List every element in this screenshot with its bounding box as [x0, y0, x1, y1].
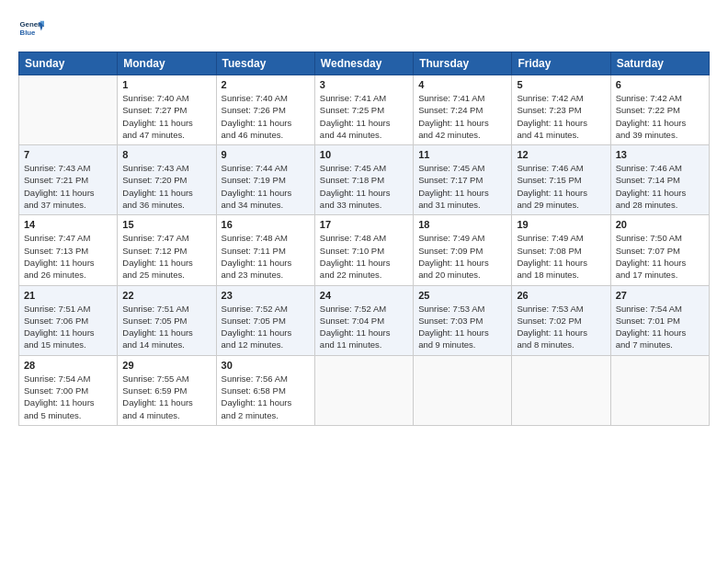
calendar-cell: 18Sunrise: 7:49 AMSunset: 7:09 PMDayligh…	[414, 215, 512, 285]
svg-text:Blue: Blue	[20, 29, 37, 37]
day-info: Sunrise: 7:54 AMSunset: 7:00 PMDaylight:…	[24, 373, 112, 421]
day-info: Sunrise: 7:48 AMSunset: 7:10 PMDaylight:…	[320, 232, 408, 281]
day-info: Sunrise: 7:43 AMSunset: 7:20 PMDaylight:…	[122, 162, 210, 211]
calendar-cell: 12Sunrise: 7:46 AMSunset: 7:15 PMDayligh…	[512, 145, 610, 215]
calendar-cell	[512, 355, 610, 425]
day-number: 10	[320, 149, 408, 160]
calendar-cell: 27Sunrise: 7:54 AMSunset: 7:01 PMDayligh…	[610, 285, 709, 355]
day-info: Sunrise: 7:52 AMSunset: 7:05 PMDaylight:…	[222, 303, 310, 351]
calendar-cell: 13Sunrise: 7:46 AMSunset: 7:14 PMDayligh…	[610, 145, 709, 215]
calendar-cell: 28Sunrise: 7:54 AMSunset: 7:00 PMDayligh…	[19, 355, 118, 425]
day-info: Sunrise: 7:49 AMSunset: 7:09 PMDaylight:…	[418, 232, 506, 281]
day-info: Sunrise: 7:46 AMSunset: 7:15 PMDaylight:…	[517, 162, 605, 211]
day-number: 13	[616, 149, 704, 160]
calendar-cell: 8Sunrise: 7:43 AMSunset: 7:20 PMDaylight…	[118, 145, 216, 215]
day-info: Sunrise: 7:51 AMSunset: 7:05 PMDaylight:…	[122, 303, 210, 351]
calendar-cell: 10Sunrise: 7:45 AMSunset: 7:18 PMDayligh…	[314, 145, 413, 215]
calendar-cell: 19Sunrise: 7:49 AMSunset: 7:08 PMDayligh…	[512, 215, 610, 285]
day-info: Sunrise: 7:42 AMSunset: 7:22 PMDaylight:…	[616, 92, 704, 141]
day-number: 4	[418, 79, 506, 90]
logo: General Blue	[18, 17, 44, 42]
day-number: 25	[418, 290, 506, 301]
calendar-header-friday: Friday	[512, 52, 610, 75]
day-number: 27	[616, 290, 704, 301]
day-info: Sunrise: 7:54 AMSunset: 7:01 PMDaylight:…	[616, 303, 704, 351]
day-number: 11	[418, 149, 506, 160]
calendar-cell: 21Sunrise: 7:51 AMSunset: 7:06 PMDayligh…	[19, 285, 118, 355]
day-number: 8	[122, 149, 210, 160]
day-number: 16	[222, 219, 310, 230]
calendar-week-row: 7Sunrise: 7:43 AMSunset: 7:21 PMDaylight…	[19, 145, 710, 215]
day-info: Sunrise: 7:48 AMSunset: 7:11 PMDaylight:…	[222, 232, 310, 281]
day-number: 19	[517, 219, 605, 230]
calendar-cell	[414, 355, 512, 425]
day-info: Sunrise: 7:47 AMSunset: 7:12 PMDaylight:…	[122, 232, 210, 281]
calendar-cell: 7Sunrise: 7:43 AMSunset: 7:21 PMDaylight…	[19, 145, 118, 215]
day-number: 28	[24, 360, 112, 371]
day-number: 24	[320, 290, 408, 301]
calendar-header-saturday: Saturday	[610, 52, 709, 75]
day-info: Sunrise: 7:49 AMSunset: 7:08 PMDaylight:…	[517, 232, 605, 281]
calendar-cell: 9Sunrise: 7:44 AMSunset: 7:19 PMDaylight…	[216, 145, 314, 215]
day-info: Sunrise: 7:43 AMSunset: 7:21 PMDaylight:…	[24, 162, 112, 211]
calendar-cell: 25Sunrise: 7:53 AMSunset: 7:03 PMDayligh…	[414, 285, 512, 355]
day-info: Sunrise: 7:56 AMSunset: 6:58 PMDaylight:…	[222, 373, 310, 421]
calendar-cell	[19, 75, 118, 145]
calendar-cell: 1Sunrise: 7:40 AMSunset: 7:27 PMDaylight…	[118, 75, 216, 145]
calendar-header-row: SundayMondayTuesdayWednesdayThursdayFrid…	[19, 52, 710, 75]
day-number: 15	[122, 219, 210, 230]
calendar-week-row: 28Sunrise: 7:54 AMSunset: 7:00 PMDayligh…	[19, 355, 710, 425]
day-info: Sunrise: 7:50 AMSunset: 7:07 PMDaylight:…	[616, 232, 704, 281]
day-number: 30	[222, 360, 310, 371]
calendar-cell: 29Sunrise: 7:55 AMSunset: 6:59 PMDayligh…	[118, 355, 216, 425]
calendar-table: SundayMondayTuesdayWednesdayThursdayFrid…	[18, 52, 710, 426]
day-number: 29	[122, 360, 210, 371]
day-number: 26	[517, 290, 605, 301]
logo-icon: General Blue	[18, 17, 44, 42]
calendar-cell: 2Sunrise: 7:40 AMSunset: 7:26 PMDaylight…	[216, 75, 314, 145]
page-header: General Blue	[18, 17, 710, 42]
day-number: 23	[222, 290, 310, 301]
calendar-cell: 20Sunrise: 7:50 AMSunset: 7:07 PMDayligh…	[610, 215, 709, 285]
calendar-cell: 26Sunrise: 7:53 AMSunset: 7:02 PMDayligh…	[512, 285, 610, 355]
calendar-header-thursday: Thursday	[414, 52, 512, 75]
calendar-header-wednesday: Wednesday	[314, 52, 413, 75]
calendar-cell	[610, 355, 709, 425]
day-info: Sunrise: 7:53 AMSunset: 7:03 PMDaylight:…	[418, 303, 506, 351]
day-info: Sunrise: 7:45 AMSunset: 7:17 PMDaylight:…	[418, 162, 506, 211]
day-number: 5	[517, 79, 605, 90]
day-info: Sunrise: 7:52 AMSunset: 7:04 PMDaylight:…	[320, 303, 408, 351]
day-number: 14	[24, 219, 112, 230]
calendar-cell: 30Sunrise: 7:56 AMSunset: 6:58 PMDayligh…	[216, 355, 314, 425]
day-number: 17	[320, 219, 408, 230]
calendar-cell: 24Sunrise: 7:52 AMSunset: 7:04 PMDayligh…	[314, 285, 413, 355]
calendar-cell: 23Sunrise: 7:52 AMSunset: 7:05 PMDayligh…	[216, 285, 314, 355]
day-info: Sunrise: 7:41 AMSunset: 7:24 PMDaylight:…	[418, 92, 506, 141]
calendar-header-sunday: Sunday	[19, 52, 118, 75]
calendar-cell	[314, 355, 413, 425]
calendar-cell: 4Sunrise: 7:41 AMSunset: 7:24 PMDaylight…	[414, 75, 512, 145]
calendar-cell: 22Sunrise: 7:51 AMSunset: 7:05 PMDayligh…	[118, 285, 216, 355]
day-info: Sunrise: 7:42 AMSunset: 7:23 PMDaylight:…	[517, 92, 605, 141]
calendar-cell: 15Sunrise: 7:47 AMSunset: 7:12 PMDayligh…	[118, 215, 216, 285]
day-number: 20	[616, 219, 704, 230]
day-number: 6	[616, 79, 704, 90]
calendar-cell: 11Sunrise: 7:45 AMSunset: 7:17 PMDayligh…	[414, 145, 512, 215]
calendar-cell: 14Sunrise: 7:47 AMSunset: 7:13 PMDayligh…	[19, 215, 118, 285]
calendar-week-row: 21Sunrise: 7:51 AMSunset: 7:06 PMDayligh…	[19, 285, 710, 355]
day-info: Sunrise: 7:55 AMSunset: 6:59 PMDaylight:…	[122, 373, 210, 421]
day-number: 22	[122, 290, 210, 301]
day-info: Sunrise: 7:40 AMSunset: 7:26 PMDaylight:…	[222, 92, 310, 141]
calendar-week-row: 14Sunrise: 7:47 AMSunset: 7:13 PMDayligh…	[19, 215, 710, 285]
calendar-week-row: 1Sunrise: 7:40 AMSunset: 7:27 PMDaylight…	[19, 75, 710, 145]
day-number: 7	[24, 149, 112, 160]
day-info: Sunrise: 7:47 AMSunset: 7:13 PMDaylight:…	[24, 232, 112, 281]
calendar-cell: 5Sunrise: 7:42 AMSunset: 7:23 PMDaylight…	[512, 75, 610, 145]
calendar-cell: 16Sunrise: 7:48 AMSunset: 7:11 PMDayligh…	[216, 215, 314, 285]
day-number: 3	[320, 79, 408, 90]
calendar-cell: 3Sunrise: 7:41 AMSunset: 7:25 PMDaylight…	[314, 75, 413, 145]
day-info: Sunrise: 7:45 AMSunset: 7:18 PMDaylight:…	[320, 162, 408, 211]
day-number: 1	[122, 79, 210, 90]
calendar-header-monday: Monday	[118, 52, 216, 75]
day-number: 2	[222, 79, 310, 90]
